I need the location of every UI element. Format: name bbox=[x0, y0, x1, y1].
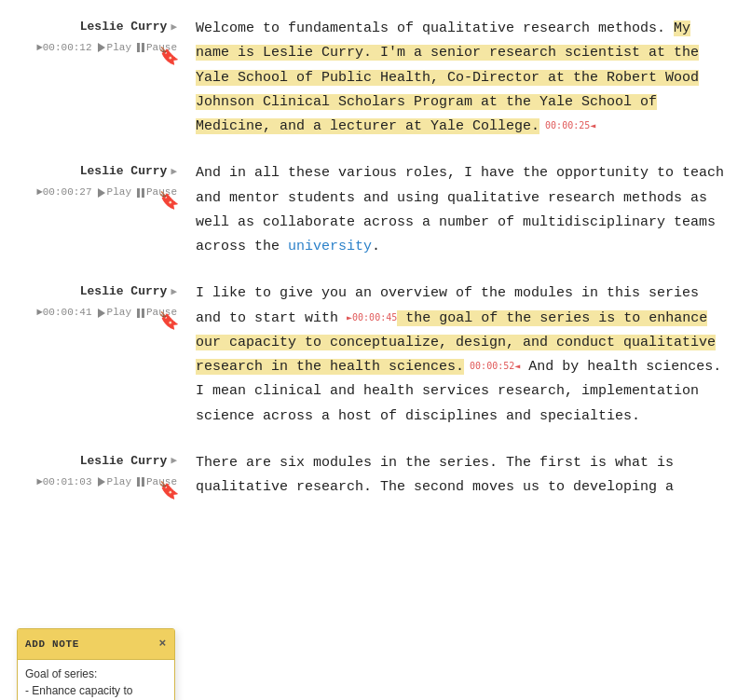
right-col-2: And in all these various roles, I have t… bbox=[186, 161, 751, 259]
controls-row-2: ►00:00:27 Play Pause bbox=[36, 184, 177, 201]
add-note-popup: ADD NOTE × Goal of series: - Enhance cap… bbox=[17, 628, 175, 700]
chevron-right-icon-2: ▶ bbox=[171, 163, 177, 181]
play-button-1[interactable]: Play bbox=[98, 39, 131, 57]
pause-icon-1 bbox=[137, 43, 144, 52]
pause-bar-a-2 bbox=[137, 188, 140, 198]
controls-row-3: ►00:00:41 Play Pause bbox=[36, 304, 177, 322]
play-icon-3 bbox=[98, 309, 105, 318]
pause-bar-b-2 bbox=[142, 188, 144, 198]
speaker-name-2: Leslie Curry bbox=[80, 161, 168, 182]
inline-ts-3b: 00:00:52◄ bbox=[464, 361, 520, 371]
timestamp-4: ►00:01:03 bbox=[36, 474, 91, 491]
add-note-close-button[interactable]: × bbox=[159, 634, 167, 654]
text-content-1: Welcome to fundamentals of qualitative r… bbox=[196, 17, 732, 139]
right-col-4: There are six modules in the series. The… bbox=[186, 451, 751, 501]
inline-ts-1: 00:00:25◄ bbox=[539, 120, 595, 130]
speaker-row-3: Leslie Curry ▶ bbox=[80, 281, 177, 302]
timestamp-2: ►00:00:27 bbox=[36, 184, 91, 201]
play-label-3: Play bbox=[107, 304, 131, 322]
play-button-3[interactable]: Play bbox=[98, 304, 131, 322]
timestamp-1: ►00:00:12 bbox=[36, 39, 91, 57]
speaker-name-4: Leslie Curry bbox=[80, 451, 168, 472]
play-icon-2 bbox=[98, 188, 105, 198]
play-button-4[interactable]: Play bbox=[98, 474, 131, 491]
timestamp-3: ►00:00:41 bbox=[36, 304, 91, 322]
pause-bar-a-4 bbox=[137, 477, 140, 487]
play-label-1: Play bbox=[107, 39, 131, 57]
speaker-name-3: Leslie Curry bbox=[80, 281, 168, 302]
text-normal-2a: And in all these various roles, I have t… bbox=[196, 165, 724, 254]
transcript-container: Leslie Curry ▶ ►00:00:12 Play Pause 🔖 bbox=[0, 0, 751, 700]
chevron-right-icon-4: ▶ bbox=[171, 452, 177, 470]
controls-row-4: ►00:01:03 Play Pause bbox=[36, 474, 177, 491]
left-col-2: Leslie Curry ▶ ►00:00:27 Play Pause 🔖 bbox=[0, 161, 186, 259]
pause-icon-4 bbox=[137, 477, 144, 487]
text-content-4: There are six modules in the series. The… bbox=[196, 451, 732, 501]
text-normal-2b: . bbox=[372, 239, 380, 254]
add-note-header: ADD NOTE × bbox=[18, 629, 174, 660]
university-link[interactable]: university bbox=[288, 239, 372, 254]
left-col-3: Leslie Curry ▶ ►00:00:41 Play Pause 🔖 bbox=[0, 281, 186, 429]
speaker-row-1: Leslie Curry ▶ bbox=[80, 17, 177, 37]
play-label-2: Play bbox=[107, 184, 131, 201]
text-highlight-1: My name is Leslie Curry. I'm a senior re… bbox=[196, 21, 699, 134]
segment-4: Leslie Curry ▶ ►00:01:03 Play Pause 🔖 bbox=[0, 444, 751, 508]
pause-bar-b-4 bbox=[142, 477, 144, 487]
bookmark-icon-4[interactable]: 🔖 bbox=[158, 477, 179, 506]
add-note-title: ADD NOTE bbox=[25, 636, 79, 653]
speaker-name-1: Leslie Curry bbox=[80, 17, 168, 37]
play-button-2[interactable]: Play bbox=[98, 184, 131, 201]
add-note-textarea[interactable]: Goal of series: - Enhance capacity to co… bbox=[18, 660, 174, 700]
text-normal-4a: There are six modules in the series. The… bbox=[196, 455, 674, 495]
text-content-3: I like to give you an overview of the mo… bbox=[196, 281, 732, 429]
controls-row-1: ►00:00:12 Play Pause bbox=[36, 39, 177, 57]
pause-icon-3 bbox=[137, 309, 144, 318]
segment-3: Leslie Curry ▶ ►00:00:41 Play Pause 🔖 bbox=[0, 274, 751, 436]
left-col-4: Leslie Curry ▶ ►00:01:03 Play Pause 🔖 bbox=[0, 451, 186, 501]
chevron-right-icon-3: ▶ bbox=[171, 283, 177, 301]
text-normal-1a: Welcome to fundamentals of qualitative r… bbox=[196, 21, 674, 36]
segment-2: Leslie Curry ▶ ►00:00:27 Play Pause 🔖 bbox=[0, 154, 751, 267]
inline-ts-3a: ►00:00:45 bbox=[347, 312, 397, 323]
right-col-3: I like to give you an overview of the mo… bbox=[186, 281, 751, 429]
play-icon-1 bbox=[98, 43, 105, 52]
play-icon-4 bbox=[98, 477, 105, 487]
pause-bar-a-3 bbox=[137, 309, 140, 318]
pause-bar-a-1 bbox=[137, 43, 140, 52]
pause-icon-2 bbox=[137, 188, 144, 198]
play-label-4: Play bbox=[107, 474, 131, 491]
chevron-right-icon-1: ▶ bbox=[171, 19, 177, 36]
text-content-2: And in all these various roles, I have t… bbox=[196, 161, 732, 259]
bookmark-icon-3-yellow[interactable]: 🔖 bbox=[158, 308, 179, 336]
bookmark-icon-1[interactable]: 🔖 bbox=[158, 43, 179, 72]
right-col-1: Welcome to fundamentals of qualitative r… bbox=[186, 17, 751, 139]
bookmark-icon-2[interactable]: 🔖 bbox=[158, 187, 179, 216]
speaker-row-2: Leslie Curry ▶ bbox=[80, 161, 177, 182]
segment-1: Leslie Curry ▶ ►00:00:12 Play Pause 🔖 bbox=[0, 9, 751, 146]
pause-bar-b-1 bbox=[142, 43, 144, 52]
left-col-1: Leslie Curry ▶ ►00:00:12 Play Pause 🔖 bbox=[0, 17, 186, 139]
pause-bar-b-3 bbox=[142, 309, 144, 318]
speaker-row-4: Leslie Curry ▶ bbox=[80, 451, 177, 472]
